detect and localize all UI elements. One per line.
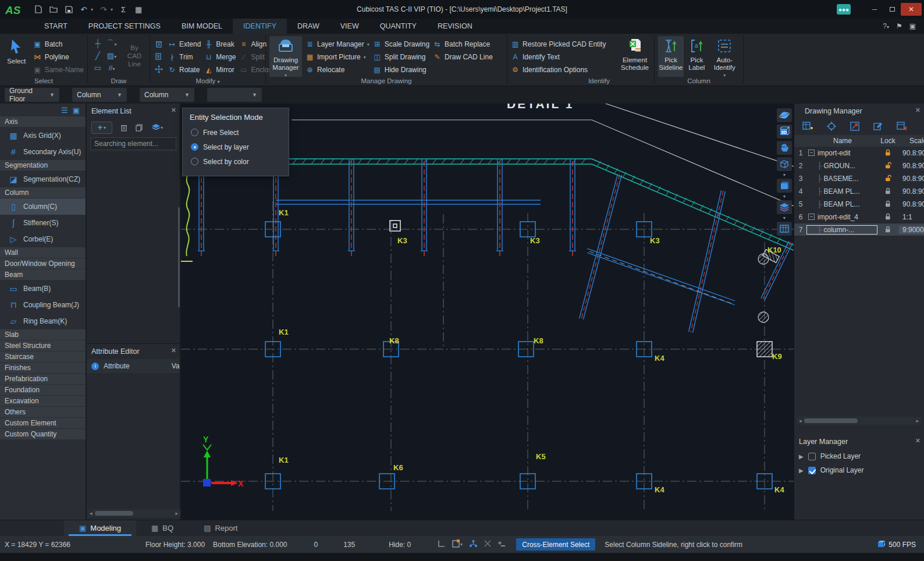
- sidebar-category-steel-structure[interactable]: Steel Structure: [0, 340, 86, 351]
- scroll-left-icon[interactable]: ◂: [797, 418, 804, 424]
- point-icon[interactable]: ┼: [95, 39, 100, 48]
- drawing-row-groun[interactable]: 2├GROUN...90.8:908: [794, 159, 924, 172]
- expand-icon[interactable]: ▶: [799, 453, 804, 460]
- drawing-row-column[interactable]: 7├column-...9:9000: [794, 223, 924, 236]
- close-icon[interactable]: ✕: [915, 106, 921, 114]
- drawing-row-baseme[interactable]: 3├BASEME...90.8:908: [794, 172, 924, 185]
- undo-icon[interactable]: ↶: [79, 5, 88, 14]
- extend-button[interactable]: ↦Extend: [168, 38, 201, 50]
- mirror-button[interactable]: ◭Mirror: [204, 64, 236, 76]
- tab-quantity[interactable]: QUANTITY: [369, 19, 427, 34]
- draw-cad-line-button[interactable]: ✎Draw CAD Line: [433, 51, 493, 63]
- break-button[interactable]: ╫Break: [204, 38, 236, 50]
- move-icon[interactable]: [154, 64, 164, 74]
- lock-icon[interactable]: [877, 226, 899, 233]
- lock-icon[interactable]: [877, 149, 899, 157]
- workspace-tab-report[interactable]: ▤Report: [189, 520, 253, 536]
- rotate-button[interactable]: ↻Rotate: [168, 64, 201, 76]
- tab-revision[interactable]: REVISION: [427, 19, 483, 34]
- radio-icon[interactable]: [191, 158, 198, 165]
- tab-project-settings[interactable]: PROJECT SETTINGS: [78, 19, 171, 34]
- delete-icon[interactable]: [154, 38, 164, 49]
- identify-text-button[interactable]: AIdentify Text: [511, 51, 606, 63]
- flag-icon[interactable]: ⚑: [896, 22, 902, 30]
- cancel-snap-icon[interactable]: [484, 540, 491, 549]
- checkbox-icon[interactable]: [808, 453, 816, 460]
- arc-icon[interactable]: ⌒▾: [106, 38, 116, 49]
- hide-drawing-button[interactable]: ▤Hide Drawing: [373, 64, 429, 76]
- search-input[interactable]: [91, 140, 188, 148]
- pick-sideline-button[interactable]: Pick Sideline: [658, 36, 684, 77]
- import-picture-button[interactable]: ▦Import Picture▾: [305, 51, 369, 63]
- sidebar-category-slab[interactable]: Slab: [0, 329, 86, 340]
- delete-drawing-icon[interactable]: [897, 122, 907, 133]
- name-column-header[interactable]: Name: [807, 137, 877, 145]
- radio-select-by-color[interactable]: Select by color: [183, 154, 289, 169]
- solid-view-icon[interactable]: [777, 179, 792, 193]
- scroll-left-icon[interactable]: ◂: [87, 510, 95, 516]
- tab-view[interactable]: VIEW: [330, 19, 369, 34]
- new-file-icon[interactable]: [34, 5, 43, 14]
- sidebar-category-custom-quantity[interactable]: Custom Quantity: [0, 429, 86, 440]
- layers-view-icon[interactable]: [777, 200, 792, 214]
- workspace-tab-modeling[interactable]: ▣Modeling: [64, 520, 136, 536]
- panel-view-icon[interactable]: ▣: [73, 106, 80, 115]
- cross-element-icon[interactable]: [469, 539, 478, 549]
- restore-picked-cad-entity-button[interactable]: ▥Restore Picked CAD Entity: [511, 38, 606, 50]
- radio-free-select[interactable]: Free Select: [183, 125, 289, 140]
- unlock-icon[interactable]: [877, 162, 899, 169]
- relocate-drawing-icon[interactable]: [827, 122, 836, 133]
- sidebar-item-ring-beam-k[interactable]: ▱Ring Beam(K): [0, 313, 86, 329]
- sidebar-item-corbel-e[interactable]: ▷Corbel(E): [0, 231, 86, 247]
- sidebar-category-door-window-opening[interactable]: Door/Window Opening: [0, 258, 86, 269]
- right-horizontal-scrollbar[interactable]: ◂ ▸: [797, 417, 921, 425]
- close-button[interactable]: ✕: [901, 3, 922, 16]
- redo-icon[interactable]: ↷: [99, 5, 108, 14]
- schedule-view-icon[interactable]: [777, 222, 792, 236]
- tab-bim-model[interactable]: BIM MODEL: [171, 19, 233, 34]
- layer-row-picked-layer[interactable]: ▶Picked Layer: [794, 449, 924, 463]
- sidebar-item-secondary-axis-u[interactable]: #Secondary Axis(U): [0, 144, 86, 160]
- trim-button[interactable]: ∤Trim: [168, 51, 201, 63]
- sidebar-category-others[interactable]: Others: [0, 407, 86, 418]
- sidebar-item-segmentation-cz[interactable]: ◪Segmentation(CZ): [0, 171, 86, 187]
- lock-icon[interactable]: [877, 200, 899, 208]
- chevron-down-icon[interactable]: ▼: [783, 173, 787, 176]
- copy-icon[interactable]: [154, 51, 164, 62]
- sidebar-item-coupling-beam-j[interactable]: ⊓Coupling Beam(J): [0, 297, 86, 313]
- chevron-down-icon[interactable]: ▼: [783, 195, 787, 198]
- minimize-button[interactable]: ─: [866, 3, 883, 16]
- drawing-row-import-edit[interactable]: 1−import-edit90.8:908: [794, 147, 924, 159]
- lock-column-header[interactable]: Lock: [877, 137, 899, 145]
- selection-mode-badge[interactable]: Cross-Element Select: [516, 538, 595, 551]
- help-icon[interactable]: ?▾: [883, 22, 889, 30]
- edit-drawing-icon[interactable]: [873, 122, 883, 133]
- sidebar-category-custom-element[interactable]: Custom Element: [0, 418, 86, 429]
- vertical-scrollbar[interactable]: [178, 207, 180, 307]
- redo-caret-icon[interactable]: ▾: [111, 7, 113, 12]
- drawing-row-beam-pl[interactable]: 5├BEAM PL...90.8:908: [794, 198, 924, 211]
- sidebar-category-wall[interactable]: Wall: [0, 247, 86, 258]
- close-icon[interactable]: ✕: [915, 437, 921, 445]
- sidebar-item-stiffener-s[interactable]: ʃStiffener(S): [0, 215, 86, 231]
- sidebar-category-beam[interactable]: Beam: [0, 269, 86, 280]
- sidebar-category-column[interactable]: Column: [0, 187, 86, 198]
- scroll-right-icon[interactable]: ▸: [173, 510, 180, 516]
- identification-options-button[interactable]: ⚙Identification Options: [511, 64, 606, 76]
- batch-button[interactable]: ▣Batch: [33, 38, 84, 50]
- orbit-icon[interactable]: [777, 108, 792, 122]
- pick-label-button[interactable]: a Pick Label: [685, 36, 708, 77]
- undo-caret-icon[interactable]: ▾: [91, 7, 93, 12]
- polyline-button[interactable]: ⋈Polyline: [33, 51, 84, 63]
- radio-select-by-layer[interactable]: Select by layer: [183, 140, 289, 154]
- scrollbar-thumb[interactable]: [95, 511, 133, 516]
- left-horizontal-scrollbar[interactable]: ◂ ▸: [87, 509, 180, 517]
- expand-icon[interactable]: ▶: [799, 467, 804, 474]
- element-category-select[interactable]: Column▼: [72, 88, 127, 102]
- add-drawing-icon[interactable]: [802, 122, 813, 133]
- add-element-button[interactable]: +▾: [91, 122, 112, 134]
- sidebar-item-column-c[interactable]: ▯Column(C): [0, 198, 86, 215]
- sidebar-category-segmentation[interactable]: Segmentation: [0, 160, 86, 171]
- grid-draw-icon[interactable]: #▾: [108, 63, 115, 72]
- sidebar-item-axis-grid-x[interactable]: ▦Axis Grid(X): [0, 127, 86, 144]
